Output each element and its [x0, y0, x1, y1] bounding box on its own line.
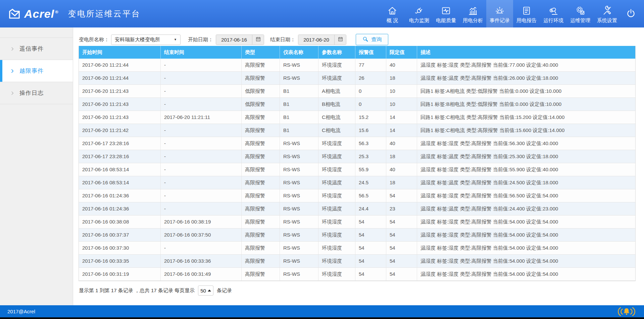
table-cell: 54: [355, 215, 386, 228]
table-cell: 环境温度: [318, 176, 355, 189]
table-cell: RS-WS: [280, 215, 318, 228]
table-cell: 2017-06-17 23:28:16: [79, 150, 161, 163]
end-date-input[interactable]: [298, 35, 334, 45]
start-date-calendar-button[interactable]: [252, 35, 264, 45]
table-cell: 环境湿度: [318, 59, 355, 71]
table-cell: RS-WS: [280, 189, 318, 202]
nav-item-settings[interactable]: 系统设置: [594, 0, 621, 27]
nav-item-label: 系统设置: [597, 17, 617, 24]
table-cell: 2017-06-20 11:21:43: [79, 85, 161, 98]
table-cell: 2017-06-16 00:37:37: [79, 229, 161, 241]
logout-power-button[interactable]: [621, 0, 641, 27]
table-cell: RS-WS: [280, 72, 318, 84]
station-select-value: 安科瑞新大楼变电所: [115, 37, 160, 43]
nav-item-maintenance[interactable]: 运维管理: [567, 0, 594, 27]
table-row: 2017-06-16 00:31:192017-06-16 00:31:49高限…: [79, 268, 635, 281]
table-cell: 高限报警: [242, 189, 280, 202]
table-cell: 2017-06-16 00:31:19: [79, 268, 161, 280]
table-cell: B1: [280, 85, 318, 98]
nav-item-analysis[interactable]: 用电分析: [459, 0, 486, 27]
table-cell: 2017-06-20 11:21:44: [79, 59, 161, 71]
table-cell: 温湿度 标签:湿度 类型:高限报警 当前值:77.000 设定值:40.000: [417, 59, 635, 71]
table-row: 2017-06-17 23:28:16-高限报警RS-WS环境温度25.318温…: [79, 150, 635, 163]
table-cell: 温湿度 标签:湿度 类型:高限报警 当前值:55.900 设定值:40.000: [417, 163, 635, 176]
table-cell: RS-WS: [280, 163, 318, 176]
table-cell: -: [161, 85, 242, 98]
table-cell: -: [161, 163, 242, 176]
search-icon: [362, 36, 368, 44]
table-cell: 低限报警: [242, 98, 280, 111]
nav-item-overview[interactable]: 概 况: [379, 0, 406, 27]
page-size-select[interactable]: 50: [198, 285, 213, 296]
start-date-input[interactable]: [216, 35, 252, 45]
table-cell: 高限报警: [242, 268, 280, 280]
table-cell: 温湿度 标签:湿度 类型:高限报警 当前值:54.000 设定值:54.000: [417, 242, 635, 254]
sidebar-item-remote-signal[interactable]: 遥信事件: [0, 38, 73, 60]
table-cell: 2017-06-16 00:38:08: [79, 215, 161, 228]
top-nav: 概 况电力监测电能质量用电分析事件记录用电报告运行环境运维管理系统设置: [379, 0, 641, 27]
table-cell: 环境湿度: [318, 215, 355, 228]
table-cell: 2017-06-16 08:53:14: [79, 176, 161, 189]
power-icon: [626, 8, 636, 19]
table-cell: 14: [386, 111, 417, 124]
chevron-right-icon: [10, 91, 15, 95]
query-button[interactable]: 查询: [356, 34, 388, 45]
table-cell: 温湿度 标签:温度 类型:高限报警 当前值:26.000 设定值:18.000: [417, 72, 635, 84]
table-cell: B相电流: [318, 98, 355, 111]
table-cell: -: [161, 59, 242, 71]
table-cell: 回路1 标签:A相电流 类型:低限报警 当前值:0.000 设定值:10.000: [417, 85, 635, 98]
table-cell: 温湿度 标签:温度 类型:高限报警 当前值:24.500 设定值:18.000: [417, 176, 635, 189]
nav-item-quality[interactable]: 电能质量: [433, 0, 459, 27]
table-cell: 10: [386, 85, 417, 98]
sidebar-item-operation-log[interactable]: 操作日志: [0, 82, 73, 104]
table-cell: 高限报警: [242, 242, 280, 254]
table-cell: 24.4: [355, 202, 386, 215]
table-cell: 环境温度: [318, 150, 355, 163]
table-cell: 温湿度 标签:湿度 类型:高限报警 当前值:54.000 设定值:54.000: [417, 229, 635, 241]
table-row: 2017-06-16 08:53:14-高限报警RS-WS环境湿度55.940温…: [79, 163, 635, 176]
sidebar-item-label: 越限事件: [19, 67, 44, 75]
table-cell: 2017-06-16 00:33:36: [161, 255, 242, 267]
table-cell: 18: [386, 72, 417, 84]
table-cell: 高限报警: [242, 163, 280, 176]
nav-item-label: 用电分析: [463, 17, 483, 24]
select-arrow-icon: ▼: [174, 38, 177, 41]
table-cell: 18: [386, 176, 417, 189]
calendar-icon: [338, 36, 343, 43]
bar-chart-icon: [468, 6, 478, 16]
table-cell: 18: [386, 150, 417, 163]
table-cell: 24.5: [355, 176, 386, 189]
table-cell: 40: [386, 59, 417, 71]
nav-item-label: 概 况: [387, 17, 398, 24]
nav-item-report[interactable]: 用电报告: [513, 0, 540, 27]
table-cell: 2017-06-16 08:53:14: [79, 163, 161, 176]
nav-item-power[interactable]: 电力监测: [406, 0, 433, 27]
registered-mark: ®: [55, 9, 59, 14]
nav-item-environment[interactable]: 运行环境: [540, 0, 567, 27]
table-cell: 54: [386, 229, 417, 241]
table-cell: 环境温度: [318, 202, 355, 215]
start-date-label: 开始日期：: [188, 37, 213, 43]
sidebar-item-over-limit[interactable]: 越限事件: [0, 60, 73, 82]
table-cell: 环境湿度: [318, 268, 355, 280]
table-cell: 高限报警: [242, 137, 280, 150]
nav-item-events[interactable]: 事件记录: [486, 0, 513, 27]
table-cell: 54: [386, 189, 417, 202]
column-header: 参数名称: [318, 46, 355, 59]
table-cell: RS-WS: [280, 255, 318, 267]
table-cell: 2017-06-20 11:21:44: [79, 72, 161, 84]
table-cell: 环境湿度: [318, 229, 355, 241]
station-select[interactable]: 安科瑞新大楼变电所 ▼: [111, 35, 181, 45]
table-cell: 高限报警: [242, 202, 280, 215]
table-cell: 温湿度 标签:湿度 类型:高限报警 当前值:54.000 设定值:54.000: [417, 215, 635, 228]
alarm-bell-icon[interactable]: [618, 307, 635, 317]
table-cell: -: [161, 72, 242, 84]
table-cell: 高限报警: [242, 59, 280, 71]
column-header: 开始时间: [79, 46, 161, 59]
table-cell: 回路1 标签:C相电流 类型:高限报警 当前值:15.200 设定值:14.00…: [417, 111, 635, 124]
table-cell: 54: [386, 242, 417, 254]
table-cell: 温湿度 标签:湿度 类型:高限报警 当前值:56.500 设定值:54.000: [417, 189, 635, 202]
table-cell: 77: [355, 59, 386, 71]
end-date-calendar-button[interactable]: [334, 35, 346, 45]
table-row: 2017-06-20 11:21:43-低限报警B1A相电流010回路1 标签:…: [79, 85, 635, 98]
